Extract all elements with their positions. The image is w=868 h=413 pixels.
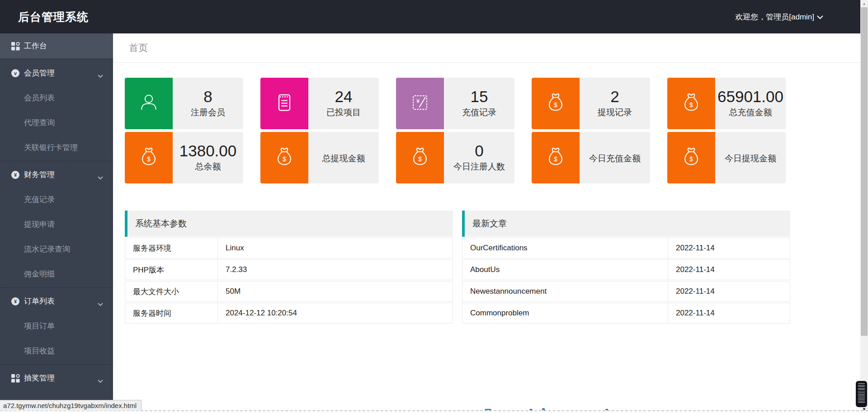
stat-card: $今日充值金额 xyxy=(532,132,650,183)
stats-cards: 8注册会员$1380.00总余额24已投项目$总提现金额¥15充值记录$0今日注… xyxy=(125,78,790,183)
stat-icon-tile: $ xyxy=(532,78,580,129)
svg-text:¥: ¥ xyxy=(416,98,420,104)
minimap-line xyxy=(858,385,865,385)
stat-label: 提现记录 xyxy=(598,107,632,118)
money-bag-icon: $ xyxy=(545,146,566,169)
sidebar-divider xyxy=(0,287,113,288)
minimap-line xyxy=(858,398,865,398)
svg-text:$: $ xyxy=(147,155,151,163)
user-icon xyxy=(138,92,160,115)
yen-circle-icon: ¥ xyxy=(11,297,20,306)
table-cell-value: 2022-11-14 xyxy=(668,282,790,301)
sidebar-subitem[interactable]: 提现申请 xyxy=(0,212,113,237)
stat-icon-tile xyxy=(260,78,308,129)
scrollbar[interactable]: ▲ ▼ xyxy=(860,0,868,413)
grid-icon xyxy=(11,374,20,383)
stat-card: $65901.00总充值金额 xyxy=(667,78,786,129)
minimap-line xyxy=(858,386,865,387)
stat-value: 15 xyxy=(471,89,488,105)
sidebar-item-1[interactable]: v会员管理 xyxy=(0,61,113,85)
stat-icon-tile: $ xyxy=(125,132,173,183)
sidebar-subitem[interactable]: 代理查询 xyxy=(0,110,113,135)
stat-value: 65901.00 xyxy=(717,89,783,105)
stat-value: 8 xyxy=(203,89,212,105)
stat-icon-tile: $ xyxy=(260,132,308,183)
stat-label: 注册会员 xyxy=(191,107,225,118)
panel-title: 系统基本参数 xyxy=(125,211,453,237)
sidebar-item-label: 订单列表 xyxy=(24,296,55,306)
table-cell-key: 服务器时间 xyxy=(125,303,217,323)
v-circle-icon: v xyxy=(11,69,20,78)
sidebar-item-label: 抽奖管理 xyxy=(24,373,55,383)
svg-text:$: $ xyxy=(689,155,693,163)
stat-card: $总提现金额 xyxy=(260,132,379,183)
app-header: 后台管理系统 欢迎您，管理员[admin] xyxy=(0,0,860,33)
sidebar-subitem[interactable]: 项目订单 xyxy=(0,314,113,338)
breadcrumb: 首页 xyxy=(113,33,860,63)
scroll-up-arrow-icon[interactable]: ▲ xyxy=(860,0,868,7)
chevron-down-icon xyxy=(817,15,823,19)
stat-label: 总余额 xyxy=(195,161,221,173)
breadcrumb-home[interactable]: 首页 xyxy=(129,42,148,54)
stat-group-3: $2提现记录$今日充值金额 xyxy=(532,78,650,183)
stat-group-4: $65901.00总充值金额$今日提现金额 xyxy=(667,78,786,183)
money-bag-icon: $ xyxy=(680,92,702,115)
stat-value: 2 xyxy=(610,89,619,105)
svg-text:$: $ xyxy=(418,155,422,163)
sidebar-subitem[interactable]: 关联银行卡管理 xyxy=(0,135,113,160)
stat-label: 今日充值金额 xyxy=(589,153,641,164)
minimap-line xyxy=(858,388,865,389)
info-panels: 系统基本参数服务器环境LinuxPHP版本7.2.33最大文件大小50M服务器时… xyxy=(125,211,790,324)
table-row: PHP版本7.2.33 xyxy=(125,259,453,280)
sidebar-subitem[interactable]: 充值记录 xyxy=(0,187,113,212)
money-bag-icon: $ xyxy=(545,92,566,115)
table-cell-key: OurCertifications xyxy=(462,238,668,258)
table-cell-value: 2022-11-14 xyxy=(668,260,790,280)
stat-value-panel: 总提现金额 xyxy=(308,132,379,183)
minimap-line xyxy=(858,393,865,393)
stat-group-2: ¥15充值记录$0今日注册人数 xyxy=(396,78,514,183)
panel-0: 系统基本参数服务器环境LinuxPHP版本7.2.33最大文件大小50M服务器时… xyxy=(125,211,453,324)
table-row: 服务器环境Linux xyxy=(125,238,453,258)
stat-label: 已投项目 xyxy=(326,107,361,118)
stat-card: 8注册会员 xyxy=(125,78,243,129)
sidebar-nav: 工作台v会员管理会员列表代理查询关联银行卡管理¥财务管理充值记录提现申请流水记录… xyxy=(0,33,113,390)
minimap-line xyxy=(858,399,865,399)
stat-value: 1380.00 xyxy=(179,143,237,160)
sidebar-item-2[interactable]: ¥财务管理 xyxy=(0,162,113,187)
sidebar-item-3[interactable]: ¥订单列表 xyxy=(0,289,113,314)
sidebar-subitem[interactable]: 会员列表 xyxy=(0,85,113,110)
sidebar-subitem[interactable]: 流水记录查询 xyxy=(0,237,113,262)
chevron-down-icon xyxy=(98,71,103,80)
minimap-widget[interactable] xyxy=(856,381,867,407)
scrollbar-thumb[interactable] xyxy=(861,7,868,336)
stat-icon-tile xyxy=(125,78,173,129)
minimap-line xyxy=(858,402,865,403)
user-menu[interactable]: 欢迎您，管理员[admin] xyxy=(735,12,860,22)
stat-value-panel: 15充值记录 xyxy=(444,78,514,129)
money-bag-icon: $ xyxy=(138,146,160,169)
sidebar-divider xyxy=(0,59,113,60)
sidebar-divider xyxy=(0,364,113,365)
table-row: OurCertifications2022-11-14 xyxy=(462,238,790,258)
sidebar-item-4[interactable]: 抽奖管理 xyxy=(0,366,113,390)
clipboard-icon xyxy=(274,92,295,115)
table-row: 最大文件大小50M xyxy=(125,281,453,302)
chevron-down-icon xyxy=(98,173,103,182)
stat-value-panel: 今日充值金额 xyxy=(580,132,650,183)
sidebar-subitem[interactable]: 佣金明细 xyxy=(0,262,113,286)
sidebar-subitem[interactable]: 项目收益 xyxy=(0,338,113,363)
table-cell-key: Newestannouncement xyxy=(462,282,668,301)
stat-label: 充值记录 xyxy=(462,107,496,118)
svg-text:$: $ xyxy=(283,155,286,163)
stat-group-1: 24已投项目$总提现金额 xyxy=(260,78,379,183)
sidebar-item-0[interactable]: 工作台 xyxy=(0,33,113,58)
app-title: 后台管理系统 xyxy=(0,9,89,24)
stat-icon-tile: $ xyxy=(667,132,715,183)
svg-text:$: $ xyxy=(554,101,557,108)
stat-card: ¥15充值记录 xyxy=(396,78,514,129)
svg-text:$: $ xyxy=(689,101,693,108)
table-cell-value: 50M xyxy=(217,282,453,301)
grid-icon xyxy=(11,42,20,51)
table-cell-key: PHP版本 xyxy=(125,260,217,280)
